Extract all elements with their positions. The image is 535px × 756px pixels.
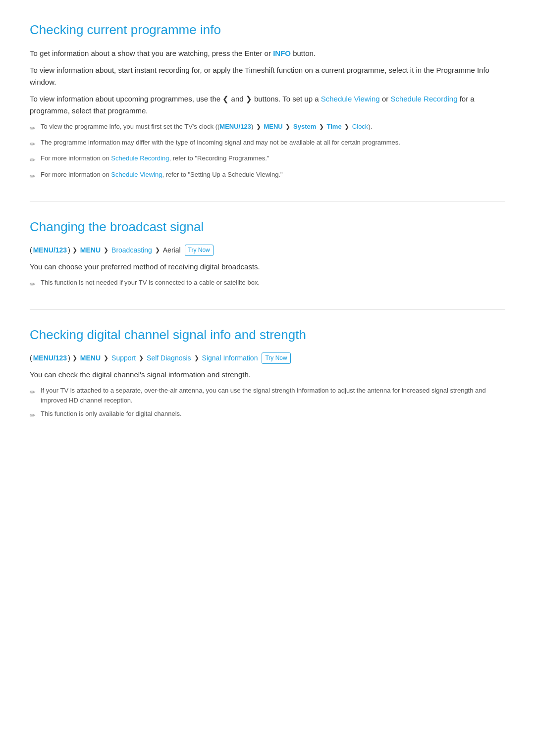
note-text: For more information on Schedule Viewing…: [41, 170, 283, 180]
inline-text: ): [68, 245, 70, 255]
link-text[interactable]: Clock: [352, 123, 369, 130]
breadcrumb: (MENU/123) ❯ MENU ❯ Support ❯ Self Diagn…: [30, 353, 505, 364]
highlight-text: System: [293, 123, 316, 130]
inline-text: buttons. To set up a: [252, 95, 321, 103]
pencil-icon: ✏: [30, 279, 36, 290]
try-now-badge[interactable]: Try Now: [185, 245, 214, 256]
inline-text: ): [251, 123, 255, 130]
link-text[interactable]: Broadcasting: [111, 245, 152, 255]
inline-text: To view information about upcoming progr…: [30, 95, 222, 103]
note-item: ✏To view the programme info, you must fi…: [30, 122, 505, 134]
highlight-text: MENU/123: [33, 353, 67, 363]
section-divider: [30, 202, 505, 202]
inline-text: ): [68, 353, 70, 363]
link-text[interactable]: Schedule Viewing: [111, 171, 162, 178]
inline-text: (: [30, 353, 32, 363]
highlight-text: MENU/123: [33, 245, 67, 255]
note-text: This function is not needed if your TV i…: [41, 278, 260, 288]
note-item: ✏This function is not needed if your TV …: [30, 278, 505, 290]
inline-text: ).: [368, 123, 372, 130]
inline-text: You can choose your preferred method of …: [30, 262, 260, 271]
note-text: For more information on Schedule Recordi…: [41, 153, 269, 163]
breadcrumb: (MENU/123) ❯ MENU ❯ Broadcasting ❯ Aeria…: [30, 245, 505, 256]
link-text[interactable]: Signal Information: [202, 353, 258, 363]
highlight-text: INFO: [273, 49, 291, 57]
chevron-icon: ❯: [155, 246, 160, 255]
chevron-icon: ❯: [194, 353, 199, 363]
pencil-icon: ✏: [30, 387, 36, 398]
inline-text: If your TV is attached to a separate, ov…: [41, 387, 486, 404]
chevron-icon: ❯: [72, 353, 77, 363]
try-now-badge[interactable]: Try Now: [262, 353, 290, 364]
inline-text: ❮: [222, 95, 229, 103]
note-text: The programme information may differ wit…: [41, 138, 400, 148]
note-text: If your TV is attached to a separate, ov…: [41, 386, 505, 405]
section-title: Changing the broadcast signal: [30, 217, 505, 238]
breadcrumb-plain-text: Aerial: [163, 245, 181, 255]
section-divider: [30, 309, 505, 310]
inline-text: To get information about a show that you…: [30, 49, 273, 57]
pencil-icon: ✏: [30, 171, 36, 182]
inline-text: , refer to "Recording Programmes.": [169, 154, 269, 162]
inline-text: This function is only available for digi…: [41, 410, 182, 417]
link-text[interactable]: Support: [111, 353, 136, 363]
chevron-icon: ❯: [256, 123, 261, 130]
highlight-text: MENU: [264, 123, 282, 130]
inline-text: , refer to "Setting Up a Schedule Viewin…: [162, 171, 282, 178]
app-container: Checking current programme infoTo get in…: [30, 20, 505, 421]
chevron-icon: ❯: [319, 123, 324, 130]
link-text[interactable]: Self Diagnosis: [147, 353, 191, 363]
chevron-icon: ❯: [285, 123, 290, 130]
inline-text: To view information about, start instant…: [30, 66, 489, 86]
paragraph: To get information about a show that you…: [30, 48, 505, 59]
note-item: ✏If your TV is attached to a separate, o…: [30, 386, 505, 405]
inline-text: [342, 123, 344, 130]
note-item: ✏For more information on Schedule Record…: [30, 153, 505, 165]
chevron-icon: ❯: [344, 123, 349, 130]
chevron-icon: ❯: [139, 353, 144, 363]
highlight-text: MENU/123: [219, 123, 251, 130]
inline-text: This function is not needed if your TV i…: [41, 279, 260, 286]
paragraph: To view information about, start instant…: [30, 64, 505, 88]
inline-text: You can check the digital channel's sign…: [30, 370, 251, 379]
note-item: ✏This function is only available for dig…: [30, 409, 505, 421]
notes-list: ✏This function is not needed if your TV …: [30, 278, 505, 290]
paragraph: To view information about upcoming progr…: [30, 93, 505, 117]
section-body: (MENU/123) ❯ MENU ❯ Broadcasting ❯ Aeria…: [30, 245, 505, 290]
highlight-text: Time: [327, 123, 342, 130]
link-text[interactable]: Schedule Viewing: [321, 95, 380, 103]
section-title: Checking digital channel signal info and…: [30, 325, 505, 346]
inline-text: button.: [291, 49, 316, 57]
paragraph: You can choose your preferred method of …: [30, 261, 505, 273]
inline-text: To view the programme info, you must fir…: [41, 123, 219, 130]
note-text: This function is only available for digi…: [41, 409, 182, 419]
pencil-icon: ✏: [30, 410, 36, 421]
section-section3: Checking digital channel signal info and…: [30, 325, 505, 421]
notes-list: ✏If your TV is attached to a separate, o…: [30, 386, 505, 421]
inline-text: and: [229, 95, 245, 103]
pencil-icon: ✏: [30, 154, 36, 165]
chevron-icon: ❯: [104, 353, 108, 363]
highlight-text: MENU: [80, 245, 101, 255]
inline-text: For more information on: [41, 154, 111, 162]
inline-text: The programme information may differ wit…: [41, 139, 400, 146]
notes-list: ✏To view the programme info, you must fi…: [30, 122, 505, 182]
paragraph: You can check the digital channel's sign…: [30, 369, 505, 381]
link-text[interactable]: Schedule Recording: [390, 95, 457, 103]
note-text: To view the programme info, you must fir…: [41, 122, 372, 132]
inline-text: ❯: [246, 95, 252, 103]
inline-text: For more information on: [41, 171, 111, 178]
note-item: ✏The programme information may differ wi…: [30, 138, 505, 150]
highlight-text: MENU: [80, 353, 101, 363]
section-title: Checking current programme info: [30, 20, 505, 41]
section-section1: Checking current programme infoTo get in…: [30, 20, 505, 182]
link-text[interactable]: Schedule Recording: [111, 154, 169, 162]
pencil-icon: ✏: [30, 139, 36, 150]
chevron-icon: ❯: [72, 246, 77, 255]
inline-text: [283, 123, 285, 130]
chevron-icon: ❯: [104, 246, 108, 255]
inline-text: (: [30, 245, 32, 255]
section-body: (MENU/123) ❯ MENU ❯ Support ❯ Self Diagn…: [30, 353, 505, 421]
inline-text: or: [380, 95, 391, 103]
pencil-icon: ✏: [30, 123, 36, 134]
